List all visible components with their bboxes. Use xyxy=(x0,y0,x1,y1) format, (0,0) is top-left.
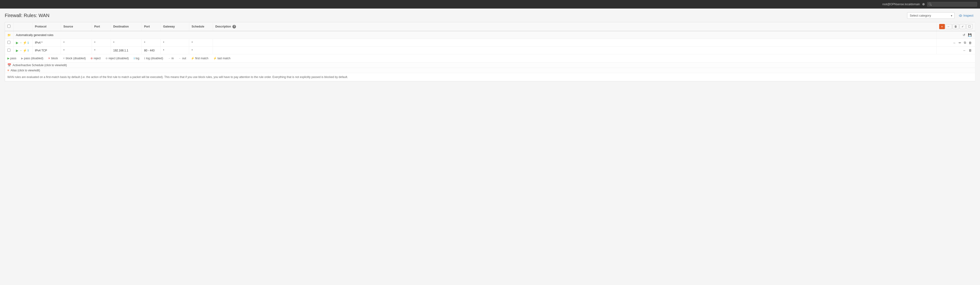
row1-description xyxy=(213,39,937,47)
toolbar-action-cell: ↺ 💾 xyxy=(937,31,975,39)
col-header-schedule: Schedule xyxy=(189,22,213,31)
select-action-button[interactable]: ☐ xyxy=(966,24,973,29)
col-header-actions: + ← 🗑 ✓ ☐ xyxy=(937,22,975,31)
refresh-button[interactable]: ↺ xyxy=(962,33,966,37)
calendar-icon: 📅 xyxy=(7,63,11,67)
schedule-legend-row: 📅 Active/Inactive Schedule (click to vie… xyxy=(5,63,975,68)
table-row: ▶ → ⚡ ℹ IPv4 * * * * * * * ← ✏ xyxy=(5,39,975,47)
col-header-dport: Port xyxy=(142,22,161,31)
inspect-label: Inspect xyxy=(963,14,974,17)
status-legend-cell: ▶ pass ▶ pass (disabled) ✕ block ✕ block… xyxy=(5,54,975,63)
auto-rule-description: Automatically generated rules xyxy=(16,33,53,37)
legend-reject: ⊗ reject xyxy=(91,57,101,60)
row2-checkbox[interactable] xyxy=(7,49,10,52)
row1-destination: * xyxy=(111,39,142,47)
schedule-legend-item[interactable]: 📅 Active/Inactive Schedule (click to vie… xyxy=(7,63,973,67)
row1-icons-cell: ▶ → ⚡ ℹ xyxy=(14,39,32,47)
row1-gateway: * xyxy=(161,39,189,47)
row1-schedule: * xyxy=(189,39,213,47)
row1-pass-icon: ▶ xyxy=(16,41,19,44)
col-header-gateway: Gateway xyxy=(161,22,189,31)
page-header: Firewall: Rules: WAN Select category Ins… xyxy=(5,12,975,19)
row1-quick-icon: ⚡ xyxy=(23,41,27,44)
toolbar-check-cell: 📁 xyxy=(5,31,14,39)
legend-in: → in xyxy=(168,57,174,60)
legend-block-disabled: ✕ block (disabled) xyxy=(63,57,86,60)
legend-block: ✕ block xyxy=(48,57,58,60)
row2-icons-cell: ▶ → ⚡ ℹ xyxy=(14,47,32,54)
footer-description: WAN rules are evaluated on a first-match… xyxy=(7,75,348,79)
col-header-protocol: Protocol xyxy=(32,22,61,31)
footer-desc-cell: WAN rules are evaluated on a first-match… xyxy=(5,73,975,81)
legend-out: ← out xyxy=(178,57,186,60)
row1-clone-btn[interactable]: ⧉ xyxy=(963,40,967,45)
row2-delete-btn[interactable]: 🗑 xyxy=(968,48,973,53)
schedule-legend-text: Active/Inactive Schedule (click to view/… xyxy=(13,63,67,67)
schedule-legend-cell: 📅 Active/Inactive Schedule (click to vie… xyxy=(5,63,975,68)
status-dot xyxy=(922,3,925,5)
row1-action-buttons: ← ✏ ⧉ 🗑 xyxy=(939,40,973,45)
search-input[interactable] xyxy=(933,3,975,6)
row2-arrow-icon: → xyxy=(19,49,22,52)
row2-description xyxy=(213,47,937,54)
row2-move-up-btn[interactable]: ← xyxy=(962,48,967,53)
col-header-icons xyxy=(14,22,32,31)
col-header-check xyxy=(5,22,14,31)
col-header-port: Port xyxy=(92,22,111,31)
footer-desc-row: WAN rules are evaluated on a first-match… xyxy=(5,73,975,81)
toolbar-second-row: 📁 Automatically generated rules ↺ 💾 xyxy=(5,31,975,39)
refresh-icons: ↺ 💾 xyxy=(939,33,973,37)
row1-delete-btn[interactable]: 🗑 xyxy=(968,41,973,45)
eye-icon xyxy=(959,14,962,17)
select-all-checkbox[interactable] xyxy=(7,25,10,28)
rules-table: Protocol Source Port Destination Port Ga… xyxy=(5,22,975,81)
legend-log: ℹ log xyxy=(134,57,139,60)
page-title: Firewall: Rules: WAN xyxy=(5,13,49,18)
alias-legend-item[interactable]: ≡ Alias (click to view/edit) xyxy=(7,68,973,72)
row2-dport: 80 - 443 xyxy=(142,47,161,54)
description-help-icon[interactable]: ? xyxy=(232,25,236,28)
row2-action-buttons: ← 🗑 xyxy=(939,48,973,53)
alias-legend-row: ≡ Alias (click to view/edit) xyxy=(5,68,975,73)
inspect-button[interactable]: Inspect xyxy=(957,13,975,19)
col-header-description: Description ? xyxy=(213,22,937,31)
row2-actions: ← 🗑 xyxy=(937,47,975,54)
list-icon: ≡ xyxy=(7,68,9,72)
table-header-row: Protocol Source Port Destination Port Ga… xyxy=(5,22,975,31)
legend-pass-disabled: ▶ pass (disabled) xyxy=(21,57,43,60)
status-legend-row: ▶ pass ▶ pass (disabled) ✕ block ✕ block… xyxy=(5,54,975,63)
alias-legend-cell: ≡ Alias (click to view/edit) xyxy=(5,68,975,73)
apply-button[interactable]: 💾 xyxy=(967,33,973,37)
row1-checkbox[interactable] xyxy=(7,41,10,44)
row2-info-icon[interactable]: ℹ xyxy=(27,49,29,52)
delete-selected-button[interactable]: 🗑 xyxy=(953,24,959,29)
category-select[interactable]: Select category xyxy=(907,12,955,19)
col-header-dest: Destination xyxy=(111,22,142,31)
row1-source: * xyxy=(61,39,92,47)
row2-quick-icon: ⚡ xyxy=(23,49,27,52)
row1-info-icon[interactable]: ℹ xyxy=(27,41,29,44)
legend-last-match: ⚡ last match xyxy=(213,57,231,60)
row1-rule-icons: ▶ → ⚡ ℹ xyxy=(16,41,30,44)
row2-protocol: IPv4 TCP xyxy=(32,47,61,54)
legend-reject-disabled: ⊗ reject (disabled) xyxy=(105,57,129,60)
search-bar[interactable] xyxy=(927,2,977,6)
row1-move-up-btn[interactable]: ← xyxy=(952,41,957,45)
legend-pass: ▶ pass xyxy=(7,57,16,60)
row1-edit-btn[interactable]: ✏ xyxy=(958,41,962,45)
legend-first-match: ⚡ first match xyxy=(191,57,208,60)
row2-destination: 192.168.1.1 xyxy=(111,47,142,54)
add-rule-button[interactable]: + xyxy=(939,24,945,29)
row1-arrow-icon: → xyxy=(19,41,22,44)
top-action-buttons: + ← 🗑 ✓ ☐ xyxy=(939,24,973,29)
category-select-wrapper[interactable]: Select category xyxy=(907,12,955,19)
search-icon xyxy=(929,3,932,6)
clone-selected-button[interactable]: ✓ xyxy=(959,24,966,29)
topnav: root@OPNsense.localdomain xyxy=(0,0,980,8)
row1-protocol: IPv4 * xyxy=(32,39,61,47)
table-row: ▶ → ⚡ ℹ IPv4 TCP * * 192.168.1.1 80 - 44… xyxy=(5,47,975,54)
move-up-button[interactable]: ← xyxy=(945,24,952,29)
main-content: Firewall: Rules: WAN Select category Ins… xyxy=(0,8,980,85)
row2-gateway: * xyxy=(161,47,189,54)
row2-rule-icons: ▶ → ⚡ ℹ xyxy=(16,49,30,52)
